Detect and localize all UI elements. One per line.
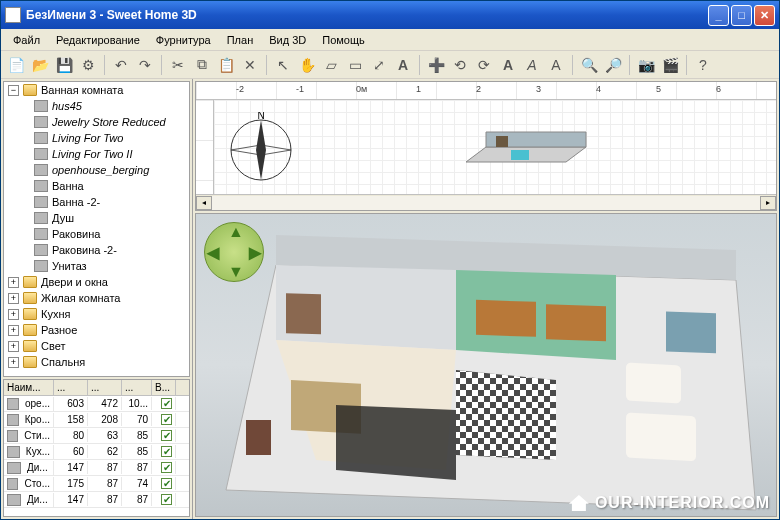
tree-item[interactable]: hus45 — [4, 98, 189, 114]
tree-item[interactable]: Раковина — [4, 226, 189, 242]
table-row[interactable]: Ди...1478787✔ — [4, 460, 189, 476]
nav-right-icon[interactable]: ▶ — [249, 243, 261, 262]
rotate-right-icon[interactable]: ⟳ — [473, 54, 495, 76]
copy-icon[interactable]: ⧉ — [191, 54, 213, 76]
tree-sibling[interactable]: +Жилая комната — [4, 290, 189, 306]
compass-icon[interactable]: N — [226, 112, 296, 182]
tree-item[interactable]: Ванна — [4, 178, 189, 194]
new-file-icon[interactable]: 📄 — [5, 54, 27, 76]
pan-icon[interactable]: ✋ — [296, 54, 318, 76]
open-icon[interactable]: 📂 — [29, 54, 51, 76]
expand-icon[interactable]: + — [8, 277, 19, 288]
camera-icon[interactable]: 📷 — [635, 54, 657, 76]
scrollbar-horizontal[interactable]: ◂ ▸ — [196, 194, 776, 210]
tree-sibling[interactable]: +Спальня — [4, 354, 189, 370]
view-3d[interactable]: ▲ ▼ ◀ ▶ — [195, 213, 777, 517]
nav-control[interactable]: ▲ ▼ ◀ ▶ — [204, 222, 264, 282]
save-icon[interactable]: 💾 — [53, 54, 75, 76]
nav-up-icon[interactable]: ▲ — [228, 223, 244, 241]
scroll-track[interactable] — [212, 196, 760, 210]
table-row[interactable]: Сто...1758774✔ — [4, 476, 189, 492]
tree-item[interactable]: Jewelry Store Reduced — [4, 114, 189, 130]
col-width[interactable]: ... — [54, 380, 88, 395]
menu-help[interactable]: Помощь — [314, 32, 373, 48]
checkbox-icon[interactable]: ✔ — [161, 446, 172, 457]
cell-visible[interactable]: ✔ — [152, 413, 176, 427]
expand-icon[interactable]: + — [8, 325, 19, 336]
tree-item[interactable]: Раковина -2- — [4, 242, 189, 258]
cut-icon[interactable]: ✂ — [167, 54, 189, 76]
snapshot-icon[interactable]: 🎬 — [659, 54, 681, 76]
menu-file[interactable]: Файл — [5, 32, 48, 48]
cell-visible[interactable]: ✔ — [152, 397, 176, 411]
col-depth[interactable]: ... — [88, 380, 122, 395]
dimension-icon[interactable]: ⤢ — [368, 54, 390, 76]
select-icon[interactable]: ↖ — [272, 54, 294, 76]
checkbox-icon[interactable]: ✔ — [161, 462, 172, 473]
scroll-left-icon[interactable]: ◂ — [196, 196, 212, 210]
furniture-table[interactable]: Наим... ... ... ... В... оре...60347210.… — [3, 379, 190, 517]
room-icon[interactable]: ▭ — [344, 54, 366, 76]
scroll-right-icon[interactable]: ▸ — [760, 196, 776, 210]
cell-visible[interactable]: ✔ — [152, 461, 176, 475]
tree-sibling[interactable]: +Свет — [4, 338, 189, 354]
redo-icon[interactable]: ↷ — [134, 54, 156, 76]
expand-icon[interactable]: + — [8, 309, 19, 320]
table-row[interactable]: Сти...806385✔ — [4, 428, 189, 444]
expand-icon[interactable]: + — [8, 293, 19, 304]
tree-item[interactable]: Душ — [4, 210, 189, 226]
tree-sibling[interactable]: +Разное — [4, 322, 189, 338]
text-icon[interactable]: A — [392, 54, 414, 76]
text-bold-icon[interactable]: A — [497, 54, 519, 76]
col-name[interactable]: Наим... — [4, 380, 54, 395]
add-furniture-icon[interactable]: ➕ — [425, 54, 447, 76]
zoom-in-icon[interactable]: 🔍 — [578, 54, 600, 76]
table-row[interactable]: Ди...1478787✔ — [4, 492, 189, 508]
checkbox-icon[interactable]: ✔ — [161, 478, 172, 489]
undo-icon[interactable]: ↶ — [110, 54, 132, 76]
cell-visible[interactable]: ✔ — [152, 445, 176, 459]
checkbox-icon[interactable]: ✔ — [161, 430, 172, 441]
help-icon[interactable]: ? — [692, 54, 714, 76]
expand-icon[interactable]: + — [8, 341, 19, 352]
tree-item[interactable]: openhouse_berging — [4, 162, 189, 178]
expand-icon[interactable]: + — [8, 357, 19, 368]
tree-root[interactable]: −Ванная комната — [4, 82, 189, 98]
cell-visible[interactable]: ✔ — [152, 429, 176, 443]
menu-plan[interactable]: План — [219, 32, 262, 48]
tree-item[interactable]: Living For Two II — [4, 146, 189, 162]
cell-visible[interactable]: ✔ — [152, 493, 176, 507]
text-size-icon[interactable]: A — [545, 54, 567, 76]
preferences-icon[interactable]: ⚙ — [77, 54, 99, 76]
checkbox-icon[interactable]: ✔ — [161, 398, 172, 409]
table-row[interactable]: Кро...15820870✔ — [4, 412, 189, 428]
tree-item[interactable]: Унитаз — [4, 258, 189, 274]
nav-down-icon[interactable]: ▼ — [228, 263, 244, 281]
tree-item[interactable]: Living For Two — [4, 130, 189, 146]
text-italic-icon[interactable]: A — [521, 54, 543, 76]
menu-furniture[interactable]: Фурнитура — [148, 32, 219, 48]
close-button[interactable]: ✕ — [754, 5, 775, 26]
title-bar[interactable]: БезИмени 3 - Sweet Home 3D _ □ ✕ — [1, 1, 779, 29]
col-height[interactable]: ... — [122, 380, 152, 395]
cell-visible[interactable]: ✔ — [152, 477, 176, 491]
plan-2d-view[interactable]: -2 -1 0м 1 2 3 4 5 6 — [195, 81, 777, 211]
minimize-button[interactable]: _ — [708, 5, 729, 26]
table-row[interactable]: Кух...606285✔ — [4, 444, 189, 460]
col-visible[interactable]: В... — [152, 380, 176, 395]
menu-edit[interactable]: Редактирование — [48, 32, 148, 48]
furniture-tree[interactable]: −Ванная комната hus45 Jewelry Store Redu… — [3, 81, 190, 377]
checkbox-icon[interactable]: ✔ — [161, 414, 172, 425]
maximize-button[interactable]: □ — [731, 5, 752, 26]
tree-sibling[interactable]: +Двери и окна — [4, 274, 189, 290]
table-row[interactable]: оре...60347210...✔ — [4, 396, 189, 412]
nav-left-icon[interactable]: ◀ — [207, 243, 219, 262]
tree-item[interactable]: Ванна -2- — [4, 194, 189, 210]
menu-3dview[interactable]: Вид 3D — [261, 32, 314, 48]
tree-sibling[interactable]: +Кухня — [4, 306, 189, 322]
walls-icon[interactable]: ▱ — [320, 54, 342, 76]
collapse-icon[interactable]: − — [8, 85, 19, 96]
delete-icon[interactable]: ✕ — [239, 54, 261, 76]
paste-icon[interactable]: 📋 — [215, 54, 237, 76]
rotate-left-icon[interactable]: ⟲ — [449, 54, 471, 76]
